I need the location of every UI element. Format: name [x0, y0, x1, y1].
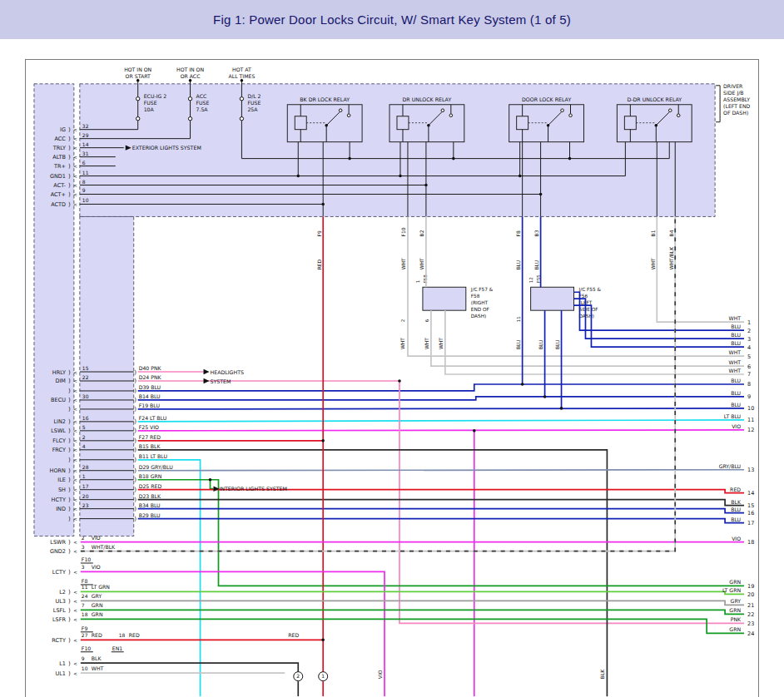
junction-dot — [521, 383, 524, 386]
wire-id-label: D24 PNK — [139, 374, 162, 380]
connector-glyph: < — [73, 477, 77, 482]
wire-WHT — [445, 310, 744, 374]
connector-glyph: ) — [68, 201, 71, 208]
fuse-label: 25A — [247, 106, 258, 112]
pin-number: 15 — [82, 365, 89, 371]
left-pin-label: L2 — [59, 589, 66, 596]
right-row-number: 24 — [747, 630, 754, 637]
fuse-label: ECU-IG 2 — [144, 93, 167, 99]
junction-connector: F55 — [536, 274, 541, 283]
connector-glyph: ) — [68, 163, 71, 170]
fuse-label: FUSE — [196, 100, 210, 106]
terminal-circle — [668, 109, 672, 112]
right-row-number: 19 — [747, 583, 754, 590]
connector-glyph: < — [73, 507, 77, 512]
wire-color-label: LT GRN — [92, 584, 110, 590]
connector-glyph: < — [73, 202, 77, 207]
connector-glyph: ) — [68, 607, 71, 614]
connector-designator: EN1 — [112, 645, 123, 651]
drop-color-label: WHT — [419, 258, 424, 269]
system-ref-headlights: SYSTEM — [210, 378, 231, 384]
connector-glyph: ) — [134, 369, 136, 376]
wire-VIO — [81, 571, 385, 696]
right-color-label: BLU — [731, 517, 741, 522]
pin-number: 3 — [82, 544, 85, 550]
fuse-label: FUSE — [144, 100, 157, 106]
wire-PNK — [138, 381, 744, 623]
connector-glyph: ) — [134, 497, 136, 503]
connector-glyph: < — [73, 164, 77, 169]
connector-glyph: ) — [68, 497, 71, 503]
jb-assembly-label: ASSEMBLY — [723, 96, 750, 102]
power-source-label: HOT AT — [232, 67, 251, 72]
pin-number: 23 — [82, 502, 89, 508]
right-row-number: 9 — [747, 393, 751, 400]
right-color-label: BLU — [731, 378, 741, 383]
right-color-label: WHT — [729, 359, 742, 365]
left-pin-label: GND2 — [50, 548, 66, 555]
connector-glyph: ) — [68, 548, 71, 555]
connector-glyph: < — [73, 638, 77, 643]
drop-connector-label: B1 — [650, 230, 656, 236]
left-pin-label: L1 — [59, 660, 66, 667]
junction-out-color: WHT — [399, 338, 405, 349]
connector-glyph: < — [73, 517, 77, 522]
connector-glyph: < — [73, 457, 77, 462]
jb-assembly-label: OF DASH) — [723, 110, 748, 116]
pin-number: 17 — [82, 483, 89, 489]
junction-dot — [424, 184, 428, 187]
figure-title: Fig 1: Power Door Locks Circuit, W/ Smar… — [213, 12, 571, 27]
right-row-number: 13 — [747, 467, 754, 473]
power-source-label: HOT IN ON — [124, 67, 151, 72]
right-color-label: WHT — [729, 315, 742, 321]
junction-out-pin: 6 — [424, 319, 429, 322]
pin-number: 11 — [82, 170, 89, 175]
drop-color-label: RED — [316, 259, 322, 269]
figure-title-bar: Fig 1: Power Door Locks Circuit, W/ Smar… — [0, 0, 784, 39]
right-color-label: LT GRN — [722, 587, 741, 593]
left-pin-label: LSFR — [52, 616, 66, 623]
wire-color-label: BLK — [92, 655, 102, 661]
pin-number: 1 — [82, 473, 86, 479]
connector-glyph: < — [73, 570, 77, 575]
connector-glyph: < — [73, 146, 77, 151]
wire-BLU — [574, 292, 745, 330]
junction-label: F58 — [471, 294, 480, 299]
junction-out-color: BLU — [538, 340, 543, 350]
wire-color-label: VIO — [377, 670, 383, 679]
connector-glyph: ) — [68, 145, 71, 151]
drop-color-label: BLU — [533, 260, 539, 270]
junction-dot — [519, 175, 522, 178]
connector-glyph: ) — [68, 637, 71, 644]
connector-glyph: ) — [134, 418, 136, 425]
connector-glyph: ) — [68, 126, 71, 133]
connector-glyph: ) — [68, 437, 71, 444]
connector-glyph: ) — [68, 506, 71, 512]
drop-connector-label: B4 — [668, 230, 674, 236]
junction-out-color: WHT — [424, 338, 429, 349]
connector-glyph: < — [73, 468, 77, 473]
pin-number: 24 — [82, 593, 88, 599]
wire-id-label: D29 GRY/BLU — [139, 464, 173, 470]
wire-color-label: GRY — [92, 593, 102, 599]
drop-connector-label: B3 — [533, 230, 539, 236]
pin-number: 3 — [82, 564, 85, 570]
left-pin-label: TR+ — [53, 163, 66, 170]
wire-id-label: F27 RED — [139, 434, 161, 440]
system-ref-exterior: EXTERIOR LIGHTS SYSTEM — [132, 145, 201, 151]
connector-glyph: < — [73, 661, 77, 666]
fuse-label: FUSE — [247, 100, 261, 106]
junction-pin: 12 — [528, 277, 533, 283]
drop-color-label: WHT/BLK — [668, 246, 674, 269]
wire-BLU — [574, 299, 745, 339]
jb-assembly-label: SIDE J/B — [723, 90, 744, 96]
wire-color-label: WHT — [92, 665, 104, 671]
junction-dot — [539, 193, 543, 196]
connector-glyph: ) — [134, 447, 136, 453]
connector-glyph: ) — [68, 154, 71, 161]
pin-number: 9 — [82, 188, 86, 194]
right-color-label: LT BLU — [724, 413, 741, 419]
right-row-number: 3 — [747, 336, 751, 343]
wire-GRY/BLU — [138, 470, 744, 471]
left-pin-label: IG — [60, 126, 66, 133]
